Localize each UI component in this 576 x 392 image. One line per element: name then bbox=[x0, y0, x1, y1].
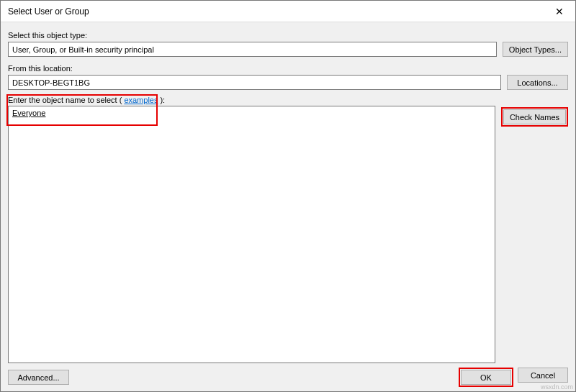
location-label: From this location: bbox=[8, 64, 568, 73]
locations-button[interactable]: Locations... bbox=[507, 75, 568, 90]
check-names-wrap: Check Names bbox=[501, 96, 568, 127]
object-name-label-prefix: Enter the object name to select ( bbox=[8, 96, 122, 104]
dialog-footer: Advanced... OK Cancel bbox=[8, 363, 568, 387]
close-button[interactable]: ✕ bbox=[543, 1, 575, 22]
cancel-button[interactable]: Cancel bbox=[518, 368, 568, 383]
close-icon: ✕ bbox=[555, 6, 564, 17]
dialog-window: Select User or Group ✕ Select this objec… bbox=[0, 0, 576, 392]
ok-highlight-icon: OK bbox=[459, 368, 513, 387]
location-field[interactable] bbox=[8, 75, 501, 90]
check-names-button[interactable]: Check Names bbox=[503, 109, 566, 124]
advanced-button[interactable]: Advanced... bbox=[8, 370, 69, 385]
object-type-field[interactable] bbox=[8, 42, 497, 57]
object-name-input[interactable]: Everyone bbox=[8, 106, 495, 363]
object-name-label: Enter the object name to select (example… bbox=[8, 96, 495, 104]
object-name-label-suffix: ): bbox=[160, 96, 165, 104]
titlebar[interactable]: Select User or Group ✕ bbox=[1, 1, 575, 22]
ok-button[interactable]: OK bbox=[461, 370, 511, 385]
object-type-label: Select this object type: bbox=[8, 31, 568, 40]
object-name-left: Enter the object name to select (example… bbox=[8, 96, 495, 363]
object-name-value: Everyone bbox=[12, 109, 45, 117]
window-title: Select User or Group bbox=[8, 6, 89, 17]
object-type-row: Object Types... bbox=[8, 42, 568, 57]
object-types-button[interactable]: Object Types... bbox=[503, 42, 568, 57]
examples-link[interactable]: examples bbox=[124, 96, 158, 104]
location-row: Locations... bbox=[8, 75, 568, 90]
footer-right: OK Cancel bbox=[459, 368, 568, 387]
object-name-section: Enter the object name to select (example… bbox=[8, 96, 568, 363]
dialog-content: Select this object type: Object Types...… bbox=[1, 22, 575, 391]
